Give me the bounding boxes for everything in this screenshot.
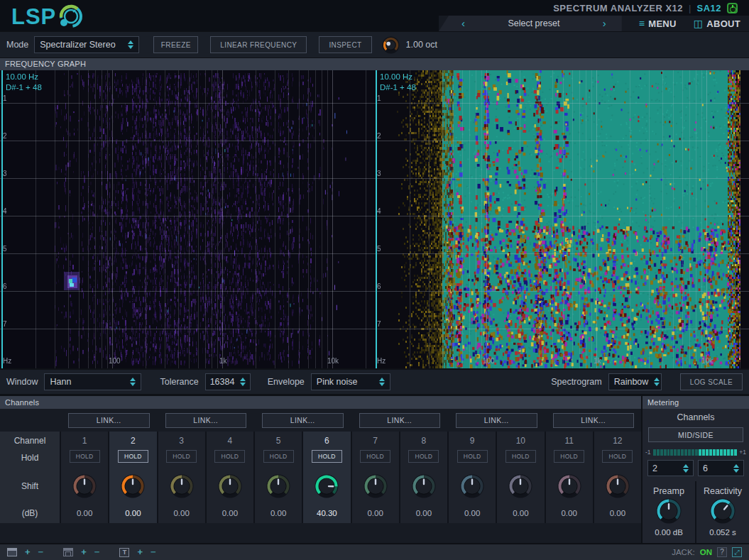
shift-knob-9[interactable]	[460, 468, 484, 505]
mode-label: Mode	[6, 40, 28, 50]
shift-knob-1[interactable]	[72, 468, 97, 505]
hold-button-8[interactable]: HOLD	[408, 450, 439, 463]
channel-number[interactable]: 4	[228, 432, 233, 450]
tolerance-spin[interactable]: 16384	[205, 373, 251, 390]
channel-number[interactable]: 12	[613, 432, 622, 450]
channel-number[interactable]: 7	[373, 432, 378, 450]
spectrogram-combo-value: Rainbow	[614, 377, 649, 387]
shift-knob-10[interactable]	[508, 468, 532, 505]
meter-segment	[684, 449, 687, 456]
shift-value-2[interactable]: 0.00	[125, 505, 141, 523]
shift-knob-7[interactable]	[363, 468, 388, 505]
log-scale-button[interactable]: LOG SCALE	[680, 373, 743, 390]
spectrogram-combo[interactable]: Rainbow	[608, 373, 662, 390]
graph-row-label: 5	[377, 245, 381, 253]
hold-button-4[interactable]: HOLD	[214, 450, 245, 463]
channel-number[interactable]: 8	[422, 432, 427, 450]
power-icon[interactable]	[727, 3, 738, 13]
freeze-button[interactable]: FREEZE	[153, 36, 198, 53]
hold-button-3[interactable]: HOLD	[166, 450, 197, 463]
reactivity-value[interactable]: 0.052 s	[709, 528, 736, 537]
preset-label[interactable]: Select preset	[508, 18, 559, 28]
inspect-button[interactable]: INSPECT	[319, 36, 371, 53]
inspect-range-knob[interactable]	[382, 36, 400, 54]
envelope-combo[interactable]: Pink noise	[311, 373, 390, 390]
link-button-5[interactable]: LINK...	[456, 413, 537, 428]
shift-knob-6[interactable]	[315, 468, 339, 505]
font-zoom-in-button[interactable]: +	[137, 547, 143, 557]
shift-value-12[interactable]: 0.00	[610, 505, 625, 523]
shift-value-6[interactable]: 40.30	[317, 505, 337, 523]
channel-hold-cell: HOLD	[263, 450, 294, 468]
shift-knob-5[interactable]	[266, 468, 290, 505]
shift-knob-11[interactable]	[557, 468, 581, 505]
hold-button-7[interactable]: HOLD	[360, 450, 390, 463]
hold-button-9[interactable]: HOLD	[457, 450, 488, 463]
layout-zoom-in-button[interactable]: +	[81, 547, 87, 557]
hold-button-1[interactable]: HOLD	[70, 450, 100, 463]
preset-tab-strip: ‹ Select preset › ≡ MENU ◫ ABOUT	[439, 16, 749, 31]
resize-icon[interactable]: ⤢	[732, 547, 742, 557]
hold-button-10[interactable]: HOLD	[505, 450, 536, 463]
shift-knob-4[interactable]	[218, 468, 242, 505]
channel-number[interactable]: 6	[324, 432, 329, 450]
channel-number[interactable]: 9	[470, 432, 475, 450]
mid-side-button[interactable]: MID/SIDE	[648, 427, 743, 442]
freq-axis-label: 10k	[701, 357, 713, 365]
shift-value-4[interactable]: 0.00	[222, 505, 238, 523]
hold-button-12[interactable]: HOLD	[602, 450, 633, 463]
shift-value-1[interactable]: 0.00	[77, 505, 92, 523]
spectrogram-left-canvas[interactable]	[0, 70, 374, 368]
row-label-hold: Hold	[0, 450, 60, 468]
preset-prev-button[interactable]: ‹	[461, 16, 465, 31]
channel-number[interactable]: 11	[564, 432, 573, 450]
link-button-2[interactable]: LINK...	[165, 413, 247, 428]
shift-knob-12[interactable]	[606, 468, 630, 505]
shift-value-11[interactable]: 0.00	[561, 505, 576, 523]
shift-value-8[interactable]: 0.00	[416, 505, 432, 523]
hold-button-6[interactable]: HOLD	[312, 450, 342, 463]
row-label-shift: Shift	[0, 468, 60, 505]
link-button-6[interactable]: LINK...	[553, 413, 635, 428]
link-button-4[interactable]: LINK...	[359, 413, 441, 428]
mode-combo[interactable]: Spectralizer Stereo	[34, 36, 139, 53]
window-combo[interactable]: Hann	[44, 373, 141, 390]
about-button[interactable]: ◫ ABOUT	[694, 18, 740, 29]
font-zoom-out-button[interactable]: −	[151, 547, 156, 557]
preamp-value[interactable]: 0.00 dB	[655, 528, 683, 537]
zoom-out-button[interactable]: −	[38, 547, 44, 557]
link-button-3[interactable]: LINK...	[262, 413, 344, 428]
hold-button-11[interactable]: HOLD	[554, 450, 584, 463]
shift-knob-2[interactable]	[121, 468, 145, 505]
shift-value-7[interactable]: 0.00	[367, 505, 383, 523]
hold-button-2[interactable]: HOLD	[118, 450, 148, 463]
preset-next-button[interactable]: ›	[603, 16, 606, 31]
spectrogram-right-canvas[interactable]	[374, 70, 749, 368]
channel-number[interactable]: 2	[131, 432, 136, 450]
channel-number[interactable]: 5	[276, 432, 281, 450]
help-button[interactable]: ?	[717, 547, 727, 557]
channel-number[interactable]: 1	[82, 432, 87, 450]
meter-channel-b-spin[interactable]: 6	[698, 460, 744, 476]
shift-value-9[interactable]: 0.00	[464, 505, 480, 523]
channel-number[interactable]: 10	[516, 432, 525, 450]
shift-knob-3[interactable]	[170, 468, 194, 505]
zoom-in-button[interactable]: +	[25, 547, 31, 557]
reactivity-knob[interactable]	[710, 498, 736, 527]
menu-button[interactable]: ≡ MENU	[639, 18, 677, 29]
meter-channel-a-spin[interactable]: 2	[647, 460, 694, 476]
link-button-1[interactable]: LINK...	[68, 413, 150, 428]
linear-frequency-button[interactable]: LINEAR FREQUENCY	[210, 36, 307, 53]
channel-number[interactable]: 3	[179, 432, 184, 450]
channel-meter[interactable]	[653, 449, 738, 456]
shift-value-5[interactable]: 0.00	[270, 505, 286, 523]
shift-value-10[interactable]: 0.00	[513, 505, 528, 523]
channel-row-labels: Channel Hold Shift (dB)	[0, 432, 60, 523]
inspect-range-value[interactable]: 1.00 oct	[406, 40, 437, 50]
shift-value-3[interactable]: 0.00	[173, 505, 189, 523]
layout-zoom-out-button[interactable]: −	[94, 547, 100, 557]
lsp-logo: LSP	[11, 1, 84, 33]
hold-button-5[interactable]: HOLD	[263, 450, 294, 463]
shift-knob-8[interactable]	[412, 468, 436, 505]
preamp-knob[interactable]	[656, 498, 682, 527]
